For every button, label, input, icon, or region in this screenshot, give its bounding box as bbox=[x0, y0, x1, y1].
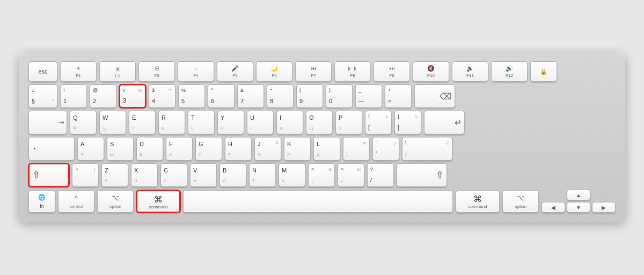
key-f8[interactable]: ⏵⏵ F8 bbox=[334, 61, 371, 82]
key-j[interactable]: J ₽ О bbox=[254, 137, 281, 161]
key-minus[interactable]: _ — bbox=[355, 84, 382, 108]
key-option-right[interactable]: ⌥ option bbox=[502, 190, 539, 213]
key-e[interactable]: E У bbox=[129, 111, 156, 134]
arrow-key-group: ▲ ◀ ▼ ▶ bbox=[541, 190, 616, 213]
key-b[interactable]: B И bbox=[219, 163, 246, 187]
key-fn[interactable]: 🌐 fn bbox=[28, 190, 55, 213]
key-arrow-down[interactable]: ▼ bbox=[567, 202, 590, 213]
keyboard: esc ☀ F1 ☀ F2 ⊞ F3 ⌕ F4 bbox=[19, 53, 625, 222]
key-command-right[interactable]: ⌘ command bbox=[456, 190, 500, 213]
key-equals[interactable]: + = bbox=[385, 84, 412, 108]
function-row: esc ☀ F1 ☀ F2 ⊞ F3 ⌕ F4 bbox=[28, 61, 616, 82]
key-p[interactable]: P З bbox=[335, 111, 362, 134]
key-c[interactable]: C С bbox=[160, 163, 187, 187]
key-tilde[interactable]: ~ [ ` bbox=[72, 163, 99, 187]
key-semicolon[interactable]: : Ж ; bbox=[343, 137, 370, 161]
key-arrow-right[interactable]: ▶ bbox=[592, 202, 616, 213]
asdf-row: • A Ф S Ы D В F А bbox=[28, 137, 616, 161]
key-f2[interactable]: ☀ F2 bbox=[99, 61, 136, 82]
key-f-letter[interactable]: F А bbox=[166, 137, 193, 161]
key-f4[interactable]: ⌕ F4 bbox=[178, 61, 214, 82]
key-n[interactable]: N Т bbox=[249, 163, 276, 187]
key-o[interactable]: O Щ bbox=[306, 111, 333, 134]
qwerty-row: ⇥ Q Й W Ц E У bbox=[28, 111, 616, 134]
key-comma[interactable]: < Б , bbox=[308, 163, 335, 187]
key-v[interactable]: V М bbox=[190, 163, 217, 187]
key-f3[interactable]: ⊞ F3 bbox=[138, 61, 175, 82]
key-h[interactable]: H Р bbox=[225, 137, 252, 161]
key-caps[interactable]: • bbox=[28, 137, 75, 161]
key-control[interactable]: ^ control bbox=[58, 190, 94, 213]
key-8[interactable]: *; 8 bbox=[267, 84, 294, 108]
key-u[interactable]: U Г bbox=[247, 111, 274, 134]
key-bracket-right[interactable]: } Ъ ] bbox=[394, 111, 421, 134]
key-l[interactable]: L Д bbox=[313, 137, 340, 161]
key-9[interactable]: ( 9 bbox=[296, 84, 323, 108]
key-f1[interactable]: ☀ F1 bbox=[60, 61, 97, 82]
key-4[interactable]: $% 4 bbox=[149, 84, 175, 108]
key-m[interactable]: M Ь bbox=[279, 163, 305, 187]
key-f7[interactable]: ⏮ F7 bbox=[295, 61, 332, 82]
key-backslash[interactable]: \ Ё | bbox=[402, 137, 452, 161]
key-g[interactable]: G П bbox=[195, 137, 222, 161]
number-row: ± § > ! 1 @" 2 #№ bbox=[28, 84, 616, 108]
key-i[interactable]: I Ш bbox=[276, 111, 303, 134]
key-k[interactable]: K Л bbox=[284, 137, 311, 161]
key-a[interactable]: A Ф bbox=[77, 137, 104, 161]
key-quote[interactable]: " Э ' bbox=[372, 137, 399, 161]
key-bracket-left[interactable]: { Х [ bbox=[365, 111, 392, 134]
bottom-row: 🌐 fn ^ control ⌥ option ⌘ command bbox=[28, 190, 616, 213]
key-q[interactable]: Q Й bbox=[70, 111, 97, 134]
key-r[interactable]: R К bbox=[158, 111, 185, 134]
key-f5[interactable]: 🎤 F5 bbox=[217, 61, 253, 82]
key-f9[interactable]: ⏭ F9 bbox=[374, 61, 410, 82]
key-space[interactable] bbox=[183, 190, 453, 213]
shift-row: ⇧ ~ [ ` Z Я X Ч bbox=[28, 163, 616, 187]
key-3[interactable]: #№ 3 bbox=[119, 84, 146, 108]
key-backtick[interactable]: ± § > bbox=[28, 84, 57, 108]
key-f6[interactable]: 🌙 F6 bbox=[256, 61, 292, 82]
key-f11[interactable]: 🔉 F11 bbox=[452, 61, 488, 82]
key-shift-right[interactable]: ⇧ bbox=[397, 163, 447, 187]
key-6[interactable]: ^, 6 bbox=[208, 84, 235, 108]
key-t[interactable]: T Е bbox=[188, 111, 215, 134]
key-y[interactable]: Y Н bbox=[217, 111, 244, 134]
key-d[interactable]: D В bbox=[136, 137, 163, 161]
key-2[interactable]: @" 2 bbox=[90, 84, 116, 108]
key-esc[interactable]: esc bbox=[28, 61, 57, 82]
key-command-left[interactable]: ⌘ command bbox=[136, 190, 180, 213]
key-5[interactable]: %: 5 bbox=[178, 84, 205, 108]
key-slash[interactable]: ? / bbox=[367, 163, 394, 187]
key-period[interactable]: > Ю . bbox=[338, 163, 364, 187]
key-f10[interactable]: 🔇 F10 bbox=[413, 61, 449, 82]
key-tab[interactable]: ⇥ bbox=[28, 111, 67, 134]
key-enter[interactable]: ↵ bbox=[424, 111, 465, 134]
key-w[interactable]: W Ц bbox=[99, 111, 126, 134]
key-x[interactable]: X Ч bbox=[131, 163, 158, 187]
key-f12[interactable]: 🔊 F12 bbox=[491, 61, 528, 82]
key-lock[interactable]: 🔒 bbox=[530, 61, 557, 82]
key-7[interactable]: &. 7 bbox=[237, 84, 264, 108]
key-backspace[interactable]: ⌫ bbox=[414, 84, 455, 108]
key-s[interactable]: S Ы bbox=[107, 137, 134, 161]
key-0[interactable]: ) 0 bbox=[326, 84, 353, 108]
key-1[interactable]: ! 1 bbox=[60, 84, 87, 108]
key-z[interactable]: Z Я bbox=[101, 163, 128, 187]
key-option-left[interactable]: ⌥ option bbox=[97, 190, 134, 213]
key-arrow-left[interactable]: ◀ bbox=[541, 202, 565, 213]
key-shift-left[interactable]: ⇧ bbox=[28, 163, 69, 187]
key-arrow-up[interactable]: ▲ bbox=[567, 190, 590, 200]
